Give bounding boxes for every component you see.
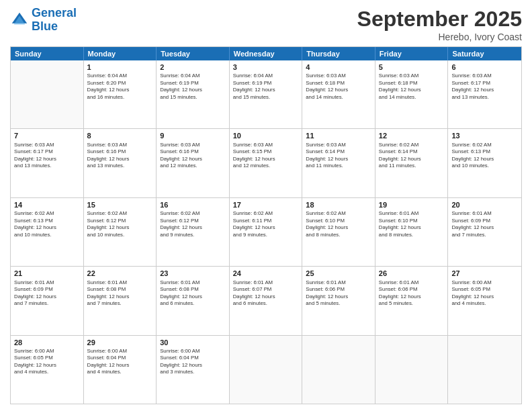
day-cell-12: 12Sunrise: 6:02 AM Sunset: 6:14 PM Dayli…: [375, 129, 449, 197]
day-number: 17: [233, 200, 299, 210]
calendar-row-5: 28Sunrise: 6:00 AM Sunset: 6:05 PM Dayli…: [11, 336, 521, 404]
calendar-header: SundayMondayTuesdayWednesdayThursdayFrid…: [11, 47, 521, 60]
day-number: 12: [379, 131, 445, 140]
day-info: Sunrise: 6:01 AM Sunset: 6:10 PM Dayligh…: [379, 210, 445, 238]
day-info: Sunrise: 6:00 AM Sunset: 6:04 PM Dayligh…: [87, 348, 153, 376]
day-number: 22: [87, 269, 153, 278]
day-number: 6: [451, 62, 518, 72]
calendar-row-4: 21Sunrise: 6:01 AM Sunset: 6:09 PM Dayli…: [11, 267, 521, 335]
day-cell-10: 10Sunrise: 6:03 AM Sunset: 6:15 PM Dayli…: [230, 129, 303, 197]
day-cell-7: 7Sunrise: 6:03 AM Sunset: 6:17 PM Daylig…: [11, 129, 84, 197]
header-day-monday: Monday: [84, 47, 157, 60]
day-cell-9: 9Sunrise: 6:03 AM Sunset: 6:16 PM Daylig…: [157, 129, 230, 197]
location-subtitle: Herebo, Ivory Coast: [357, 32, 522, 42]
logo-icon: [10, 11, 29, 30]
calendar-body: 1Sunrise: 6:04 AM Sunset: 6:20 PM Daylig…: [11, 60, 521, 404]
day-number: 3: [233, 62, 299, 72]
day-number: 14: [14, 200, 80, 210]
logo-text: General Blue: [32, 7, 77, 34]
day-number: 29: [87, 338, 153, 347]
day-info: Sunrise: 6:01 AM Sunset: 6:07 PM Dayligh…: [233, 279, 299, 308]
empty-cell-4-3: [230, 336, 303, 404]
day-number: 15: [87, 200, 153, 210]
day-number: 27: [451, 269, 518, 278]
day-cell-13: 13Sunrise: 6:02 AM Sunset: 6:13 PM Dayli…: [448, 129, 521, 197]
day-number: 26: [379, 269, 445, 278]
day-number: 4: [306, 62, 371, 72]
day-cell-15: 15Sunrise: 6:02 AM Sunset: 6:12 PM Dayli…: [84, 198, 157, 266]
day-number: 2: [160, 62, 226, 72]
day-number: 8: [87, 131, 153, 140]
day-cell-6: 6Sunrise: 6:03 AM Sunset: 6:17 PM Daylig…: [448, 60, 521, 128]
day-number: 24: [233, 269, 299, 278]
empty-cell-0-0: [11, 60, 84, 128]
day-cell-23: 23Sunrise: 6:01 AM Sunset: 6:08 PM Dayli…: [157, 267, 230, 334]
day-cell-27: 27Sunrise: 6:00 AM Sunset: 6:05 PM Dayli…: [448, 267, 521, 334]
day-number: 10: [233, 131, 299, 140]
day-info: Sunrise: 6:03 AM Sunset: 6:16 PM Dayligh…: [160, 142, 226, 170]
day-number: 30: [160, 338, 226, 347]
month-title: September 2025: [357, 7, 522, 32]
day-info: Sunrise: 6:03 AM Sunset: 6:17 PM Dayligh…: [14, 142, 80, 170]
day-cell-26: 26Sunrise: 6:01 AM Sunset: 6:06 PM Dayli…: [375, 267, 449, 334]
day-cell-22: 22Sunrise: 6:01 AM Sunset: 6:08 PM Dayli…: [84, 267, 157, 334]
day-cell-21: 21Sunrise: 6:01 AM Sunset: 6:09 PM Dayli…: [11, 267, 84, 334]
day-cell-19: 19Sunrise: 6:01 AM Sunset: 6:10 PM Dayli…: [375, 198, 449, 266]
day-info: Sunrise: 6:02 AM Sunset: 6:13 PM Dayligh…: [451, 142, 518, 170]
calendar-row-1: 1Sunrise: 6:04 AM Sunset: 6:20 PM Daylig…: [11, 60, 521, 129]
day-cell-1: 1Sunrise: 6:04 AM Sunset: 6:20 PM Daylig…: [84, 60, 157, 128]
day-info: Sunrise: 6:01 AM Sunset: 6:08 PM Dayligh…: [87, 279, 153, 308]
day-info: Sunrise: 6:03 AM Sunset: 6:16 PM Dayligh…: [87, 142, 153, 170]
logo-line1: General: [32, 6, 77, 19]
day-number: 16: [160, 200, 226, 210]
header-day-tuesday: Tuesday: [157, 47, 230, 60]
day-number: 21: [14, 269, 80, 278]
day-cell-17: 17Sunrise: 6:02 AM Sunset: 6:11 PM Dayli…: [230, 198, 303, 266]
day-number: 23: [160, 269, 226, 278]
day-cell-16: 16Sunrise: 6:02 AM Sunset: 6:12 PM Dayli…: [157, 198, 230, 266]
day-number: 19: [379, 200, 445, 210]
header-day-thursday: Thursday: [302, 47, 375, 60]
header: General Blue September 2025 Herebo, Ivor…: [10, 7, 522, 42]
day-cell-30: 30Sunrise: 6:00 AM Sunset: 6:04 PM Dayli…: [157, 336, 230, 404]
day-info: Sunrise: 6:02 AM Sunset: 6:13 PM Dayligh…: [14, 210, 80, 238]
day-info: Sunrise: 6:04 AM Sunset: 6:20 PM Dayligh…: [87, 73, 153, 101]
day-info: Sunrise: 6:00 AM Sunset: 6:05 PM Dayligh…: [14, 348, 80, 376]
empty-cell-4-4: [302, 336, 375, 404]
day-number: 9: [160, 131, 226, 140]
day-cell-24: 24Sunrise: 6:01 AM Sunset: 6:07 PM Dayli…: [230, 267, 303, 334]
day-number: 11: [306, 131, 371, 140]
day-info: Sunrise: 6:04 AM Sunset: 6:19 PM Dayligh…: [160, 73, 226, 101]
day-number: 20: [451, 200, 518, 210]
day-cell-5: 5Sunrise: 6:03 AM Sunset: 6:18 PM Daylig…: [375, 60, 449, 128]
day-info: Sunrise: 6:01 AM Sunset: 6:06 PM Dayligh…: [379, 279, 445, 308]
empty-cell-4-6: [448, 336, 521, 404]
day-number: 18: [306, 200, 371, 210]
empty-cell-4-5: [375, 336, 449, 404]
calendar-row-2: 7Sunrise: 6:03 AM Sunset: 6:17 PM Daylig…: [11, 129, 521, 197]
day-cell-4: 4Sunrise: 6:03 AM Sunset: 6:18 PM Daylig…: [302, 60, 375, 128]
header-day-saturday: Saturday: [448, 47, 521, 60]
header-day-wednesday: Wednesday: [230, 47, 303, 60]
day-number: 25: [306, 269, 371, 278]
day-cell-11: 11Sunrise: 6:03 AM Sunset: 6:14 PM Dayli…: [302, 129, 375, 197]
day-cell-18: 18Sunrise: 6:02 AM Sunset: 6:10 PM Dayli…: [302, 198, 375, 266]
day-info: Sunrise: 6:00 AM Sunset: 6:04 PM Dayligh…: [160, 348, 226, 376]
day-info: Sunrise: 6:01 AM Sunset: 6:09 PM Dayligh…: [451, 210, 518, 238]
day-info: Sunrise: 6:01 AM Sunset: 6:06 PM Dayligh…: [306, 279, 371, 308]
day-info: Sunrise: 6:03 AM Sunset: 6:15 PM Dayligh…: [233, 142, 299, 170]
day-number: 28: [14, 338, 80, 347]
day-number: 13: [451, 131, 518, 140]
day-info: Sunrise: 6:03 AM Sunset: 6:18 PM Dayligh…: [306, 73, 371, 101]
day-info: Sunrise: 6:02 AM Sunset: 6:14 PM Dayligh…: [379, 142, 445, 170]
day-cell-28: 28Sunrise: 6:00 AM Sunset: 6:05 PM Dayli…: [11, 336, 84, 404]
day-number: 1: [87, 62, 153, 72]
day-info: Sunrise: 6:00 AM Sunset: 6:05 PM Dayligh…: [451, 279, 518, 308]
day-info: Sunrise: 6:02 AM Sunset: 6:12 PM Dayligh…: [87, 210, 153, 238]
day-cell-8: 8Sunrise: 6:03 AM Sunset: 6:16 PM Daylig…: [84, 129, 157, 197]
logo: General Blue: [10, 7, 77, 34]
page: General Blue September 2025 Herebo, Ivor…: [0, 0, 532, 411]
day-cell-25: 25Sunrise: 6:01 AM Sunset: 6:06 PM Dayli…: [302, 267, 375, 334]
logo-line2: Blue: [32, 19, 58, 33]
header-day-sunday: Sunday: [11, 47, 84, 60]
